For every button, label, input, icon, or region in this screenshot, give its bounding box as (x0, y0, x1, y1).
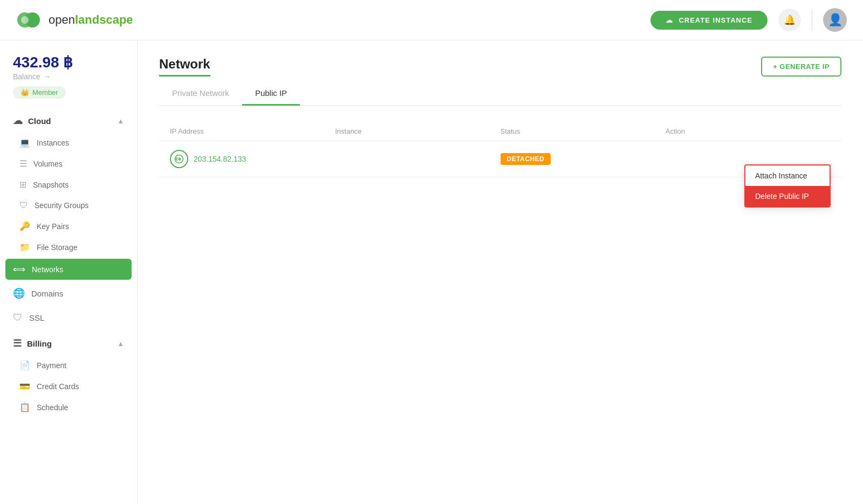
tab-private-network[interactable]: Private Network (159, 82, 242, 106)
ssl-icon: 🛡 (13, 312, 23, 323)
action-dropdown: Attach Instance Delete Public IP (744, 164, 831, 208)
key-pairs-icon: 🔑 (19, 221, 30, 231)
member-badge: 👑 Member (13, 86, 66, 99)
logo: openlandscape (16, 11, 133, 29)
logo-text: openlandscape (49, 13, 133, 27)
sidebar-item-volumes[interactable]: ☰ Volumes (0, 153, 137, 174)
attach-instance-option[interactable]: Attach Instance (745, 165, 830, 186)
col-action: Action (666, 127, 831, 135)
table-row: 203.154.82.133 DETACHED Attach Instance … (159, 141, 841, 177)
sidebar-item-credit-cards[interactable]: 💳 Credit Cards (0, 376, 137, 397)
sidebar-item-key-pairs[interactable]: 🔑 Key Pairs (0, 216, 137, 237)
col-status: Status (501, 127, 666, 135)
cloud-icon: ☁ (666, 16, 673, 24)
security-groups-icon: 🛡 (19, 201, 28, 210)
logo-icon (16, 11, 43, 29)
billing-section-icon: ☰ (13, 337, 22, 349)
generate-ip-button[interactable]: + GENERATE IP (761, 57, 841, 77)
status-badge: DETACHED (501, 153, 551, 165)
main-content: Network + GENERATE IP Private Network Pu… (138, 40, 863, 504)
billing-section-title: ☰ Billing (13, 337, 52, 349)
page-header: Network + GENERATE IP (159, 57, 841, 77)
col-ip-address: IP Address (170, 127, 335, 135)
sidebar-item-instances[interactable]: 💻 Instances (0, 132, 137, 153)
generate-ip-label: + GENERATE IP (773, 63, 830, 71)
snapshots-icon: ⊞ (19, 179, 26, 190)
credit-cards-icon: 💳 (19, 381, 30, 391)
sidebar-item-security-groups[interactable]: 🛡 Security Groups (0, 195, 137, 216)
billing-section-header[interactable]: ☰ Billing ▲ (0, 330, 137, 355)
billing-chevron-icon: ▲ (117, 340, 124, 348)
file-storage-icon: 📁 (19, 242, 30, 252)
nav-divider (812, 9, 812, 31)
layout: 432.98 ฿ Balance → 👑 Member ☁ Cloud ▲ 💻 … (0, 40, 863, 504)
cloud-section-icon: ☁ (13, 115, 23, 127)
sidebar-item-ssl[interactable]: 🛡 SSL (0, 306, 137, 330)
sidebar-item-payment[interactable]: 📄 Payment (0, 355, 137, 376)
instances-icon: 💻 (19, 137, 30, 148)
sidebar-item-schedule[interactable]: 📋 Schedule (0, 397, 137, 418)
table-header: IP Address Instance Status Action (159, 122, 841, 141)
cloud-section-title: ☁ Cloud (13, 115, 51, 127)
cloud-section-header[interactable]: ☁ Cloud ▲ (0, 107, 137, 132)
sidebar-balance: 432.98 ฿ Balance → 👑 Member (0, 40, 137, 107)
col-instance: Instance (335, 127, 500, 135)
status-cell: DETACHED (501, 153, 666, 165)
network-icon (170, 150, 188, 168)
ip-address-value: 203.154.82.133 (194, 155, 246, 163)
schedule-icon: 📋 (19, 402, 30, 412)
networks-icon: ⟺ (13, 264, 25, 274)
user-icon: 👤 (828, 13, 843, 27)
page-title: Network (159, 57, 210, 77)
bell-icon: 🔔 (784, 14, 796, 26)
user-avatar[interactable]: 👤 (823, 8, 847, 32)
sidebar-item-file-storage[interactable]: 📁 File Storage (0, 237, 137, 258)
delete-public-ip-option[interactable]: Delete Public IP (745, 186, 830, 206)
tab-public-ip[interactable]: Public IP (242, 82, 300, 106)
topnav: openlandscape ☁ CREATE INSTANCE 🔔 👤 (0, 0, 863, 40)
topnav-right: ☁ CREATE INSTANCE 🔔 👤 (650, 8, 847, 32)
crown-icon: 👑 (20, 88, 29, 96)
balance-label[interactable]: Balance → (13, 72, 124, 81)
domains-icon: 🌐 (13, 287, 25, 299)
tabs: Private Network Public IP (159, 82, 841, 106)
create-instance-label: CREATE INSTANCE (679, 16, 752, 24)
create-instance-button[interactable]: ☁ CREATE INSTANCE (650, 11, 768, 30)
volumes-icon: ☰ (19, 158, 27, 169)
cloud-items: 💻 Instances ☰ Volumes ⊞ Snapshots 🛡 Secu… (0, 132, 137, 280)
sidebar-item-networks[interactable]: ⟺ Networks (5, 259, 132, 280)
sidebar-item-snapshots[interactable]: ⊞ Snapshots (0, 174, 137, 195)
notification-bell-button[interactable]: 🔔 (778, 9, 801, 31)
payment-icon: 📄 (19, 360, 30, 370)
balance-amount: 432.98 ฿ (13, 53, 124, 71)
ip-address-cell: 203.154.82.133 (170, 150, 335, 168)
sidebar: 432.98 ฿ Balance → 👑 Member ☁ Cloud ▲ 💻 … (0, 40, 138, 504)
svg-point-2 (21, 16, 29, 24)
cloud-chevron-icon: ▲ (117, 117, 124, 125)
sidebar-item-domains[interactable]: 🌐 Domains (0, 281, 137, 306)
